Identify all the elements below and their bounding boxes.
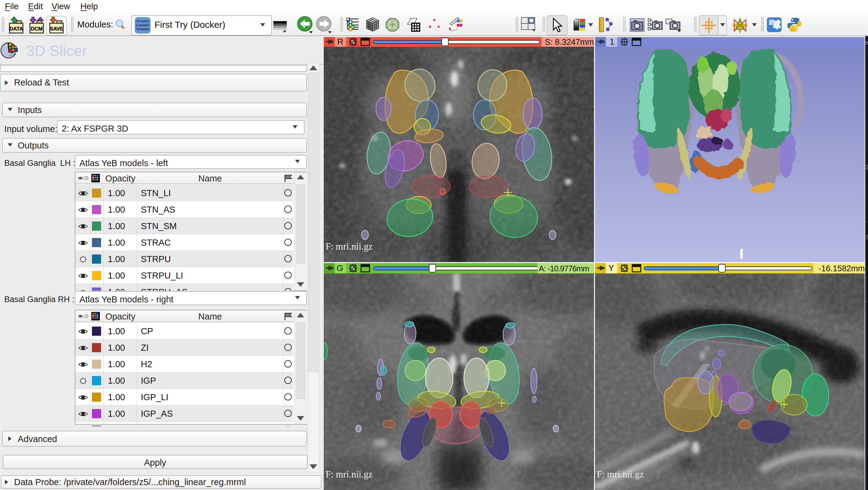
svg-text:Template: Template [136, 28, 149, 31]
svg-text:*: * [437, 24, 440, 31]
svg-text:F: mri.nii.gz: F: mri.nii.gz [326, 241, 373, 252]
svg-text:Scripted: Scripted [136, 20, 149, 23]
svg-text:DCM: DCM [31, 26, 43, 32]
svg-text:F: mri.nii.gz: F: mri.nii.gz [326, 469, 373, 480]
svg-text:DATA: DATA [9, 26, 23, 32]
svg-text:*: * [429, 24, 432, 31]
svg-text:Loadable: Loadable [136, 24, 149, 27]
svg-text:SAVE: SAVE [50, 26, 63, 31]
svg-text:F: mri.nii.gz: F: mri.nii.gz [597, 469, 644, 480]
svg-text:*: * [433, 18, 436, 25]
